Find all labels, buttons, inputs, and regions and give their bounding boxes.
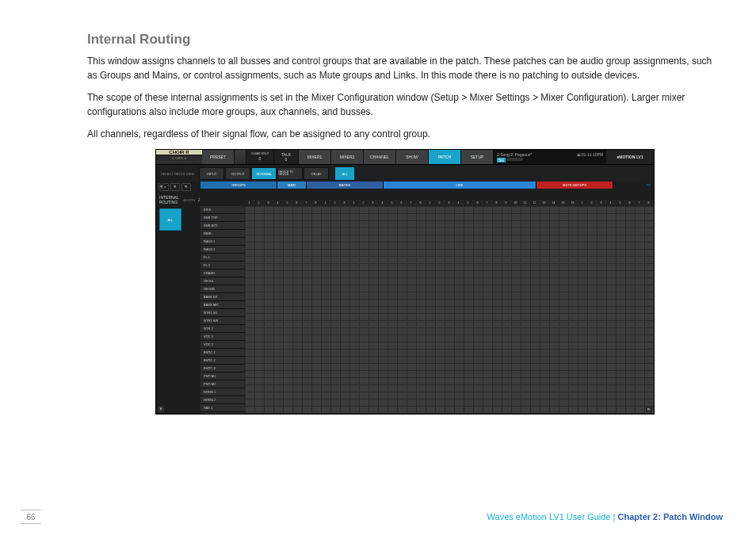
row-gtr1-s-r[interactable]: GTR1 S/R bbox=[200, 317, 245, 325]
song-info: 2:Song 2: Pegasus* ▣ 01:11:10PM SG bbox=[494, 150, 606, 164]
tab-show[interactable]: SHOW bbox=[396, 150, 429, 164]
row-gtr1-s-l[interactable]: GTR1 S/L bbox=[200, 309, 245, 317]
row-horn-1[interactable]: HORN 1 bbox=[200, 388, 245, 396]
grid-cells[interactable] bbox=[245, 206, 654, 414]
all-filter-pill[interactable]: ALL bbox=[335, 167, 354, 180]
scroll-right-icon[interactable]: ► bbox=[646, 406, 652, 412]
clear-solo-count: 0 bbox=[259, 156, 262, 161]
row-gtr-2[interactable]: GTR 2 bbox=[200, 325, 245, 333]
footer-guide-title: Waves eMotion LV1 User Guide bbox=[487, 512, 611, 522]
zoom2-icon[interactable]: 🔍 bbox=[181, 183, 191, 191]
zoom-icon[interactable]: 🔍 bbox=[170, 183, 180, 191]
clear-solo-button[interactable]: CLEAR SOLO 0 bbox=[246, 150, 274, 164]
row-oh-s-l[interactable]: OH S/L bbox=[200, 277, 245, 285]
row-kick[interactable]: KICK bbox=[200, 206, 245, 214]
routing-grid: GROUPSMAINMATRIXLINKMUTE GROUPS Del 🔍 🔍 … bbox=[156, 182, 654, 414]
patch-view-delay[interactable]: DELAY bbox=[304, 167, 329, 180]
talk-count: 0 bbox=[285, 157, 288, 162]
row-bass-d-i[interactable]: BASS D/I bbox=[200, 293, 245, 301]
song-name: 2:Song 2: Pegasus* bbox=[497, 152, 532, 157]
screenshot-internal-routing: CHOIR R ◄ SAFE ► PRESET CLEAR SOLO 0 TAL… bbox=[155, 149, 655, 415]
row-bvoc-3[interactable]: BVOC 3 bbox=[200, 365, 245, 373]
row-voc-1[interactable]: VOC 1 bbox=[200, 333, 245, 341]
page-number: 66 bbox=[21, 510, 41, 524]
tab-channel[interactable]: CHANNEL bbox=[364, 150, 396, 164]
tab-mixer2[interactable]: MIXER2 bbox=[331, 150, 364, 164]
all-rows-button[interactable]: ALL bbox=[159, 208, 181, 231]
page-footer: 66 Waves eMotion LV1 User Guide | Chapte… bbox=[0, 510, 723, 524]
row-bvoc-1[interactable]: BVOC 1 bbox=[200, 349, 245, 357]
app-topbar: CHOIR R ◄ SAFE ► PRESET CLEAR SOLO 0 TAL… bbox=[156, 150, 654, 165]
row-pno-m1[interactable]: PNO M1 bbox=[200, 373, 245, 380]
patch-view-device-to-device[interactable]: DEVICE TO DEVICE bbox=[277, 167, 303, 180]
row-bvoc-2[interactable]: BVOC 2 bbox=[200, 357, 245, 365]
brand-logo: eMOTION LV1 bbox=[606, 150, 654, 164]
patch-view-output[interactable]: OUTPUT bbox=[225, 167, 250, 180]
row-ride[interactable]: RIDE bbox=[200, 230, 245, 238]
grid-side-column: Del 🔍 🔍 INTERNAL ROUTING ASSIGN ⤴ ALL bbox=[156, 182, 200, 414]
to-label: TO bbox=[647, 183, 651, 187]
row-sax-1[interactable]: SAX 1 bbox=[200, 404, 245, 412]
row-fl-1[interactable]: FL 1 bbox=[200, 254, 245, 262]
row-voc-2[interactable]: VOC 2 bbox=[200, 341, 245, 349]
patch-view-input[interactable]: INPUT bbox=[199, 167, 224, 180]
row-crash[interactable]: CRASH bbox=[200, 269, 245, 277]
row-rack-1[interactable]: RACK 1 bbox=[200, 238, 245, 246]
tab-mixer1[interactable]: MIXER1 bbox=[299, 150, 331, 164]
assign-label: ASSIGN bbox=[183, 198, 195, 202]
tab-setup[interactable]: SETUP bbox=[461, 150, 494, 164]
row-fl-2[interactable]: FL 2 bbox=[200, 262, 245, 269]
row-bass-mic[interactable]: BASS MIC bbox=[200, 301, 245, 309]
paragraph-1: This window assigns channels to all buss… bbox=[87, 54, 723, 82]
row-oh-s-r[interactable]: OH S/R bbox=[200, 285, 245, 293]
select-patch-view-label: SELECT PATCH VIEW bbox=[161, 172, 194, 176]
talk-button[interactable]: TALK 0 bbox=[274, 150, 299, 164]
clock: 01:11:10PM bbox=[582, 152, 603, 157]
row-snr-top[interactable]: SNR TOP bbox=[200, 214, 245, 222]
scroll-left-icon[interactable]: ◄ bbox=[158, 183, 164, 189]
patch-view-internal[interactable]: INTERNAL bbox=[251, 167, 277, 180]
paragraph-2: The scope of these internal assignments … bbox=[87, 90, 723, 119]
sg-badge: SG bbox=[497, 158, 506, 162]
row-rack-2[interactable]: RACK 2 bbox=[200, 246, 245, 254]
paragraph-3: All channels, regardless of their signal… bbox=[87, 127, 723, 141]
row-snr-bot[interactable]: SNR BOT bbox=[200, 222, 245, 230]
row-pno-m2[interactable]: PNO M2 bbox=[200, 380, 245, 388]
internal-routing-label: INTERNAL ROUTING bbox=[159, 195, 180, 204]
row-horn-2[interactable]: HORN 2 bbox=[200, 396, 245, 404]
select-patch-view-row: SELECT PATCH VIEW INPUTOUTPUTINTERNALDEV… bbox=[156, 165, 654, 182]
tab-patch[interactable]: PATCH bbox=[429, 150, 461, 164]
safe-indicator: ◄ SAFE ► bbox=[156, 155, 202, 161]
preset-button[interactable]: PRESET bbox=[202, 150, 235, 164]
section-heading: Internal Routing bbox=[87, 32, 723, 48]
row-sax-2[interactable]: SAX 2 bbox=[200, 412, 245, 414]
scroll-down-icon[interactable]: ▼ bbox=[158, 406, 164, 412]
footer-chapter: Chapter 2: Patch Window bbox=[617, 512, 723, 522]
